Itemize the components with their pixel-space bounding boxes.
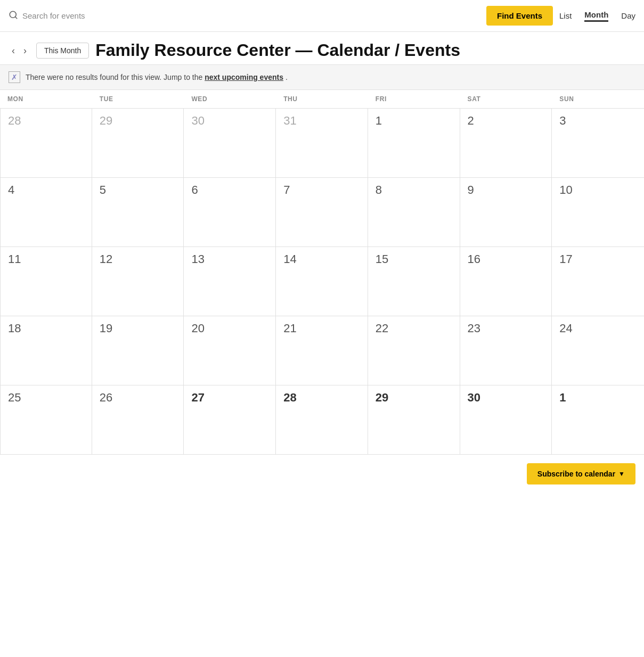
subscribe-button[interactable]: Subscribe to calendar ▼ [527,463,635,484]
calendar-cell[interactable]: 15 [368,247,460,316]
calendar-cell[interactable]: 29 [368,385,460,455]
site-header: Search for events Find Events List Month… [0,0,644,32]
calendar-grid: 2829303112345678910111213141516171819202… [0,109,644,455]
calendar-cell[interactable]: 1 [368,109,460,178]
day-number: 13 [191,252,268,266]
day-number: 30 [191,114,268,128]
calendar-cell[interactable]: 5 [92,178,184,247]
search-placeholder[interactable]: Search for events [22,11,85,20]
day-header-sat: SAT [460,90,552,108]
search-icon [9,10,18,21]
day-header-tue: TUE [92,90,184,108]
calendar-cell[interactable]: 19 [92,316,184,385]
nav-month[interactable]: Month [584,10,608,22]
day-number: 21 [283,322,360,335]
prev-month-button[interactable]: ‹ [9,44,18,58]
day-headers: MONTUEWEDTHUFRISATSUN [0,90,644,109]
calendar-cell[interactable]: 14 [276,247,368,316]
calendar-x-icon: ✗ [9,71,20,83]
calendar-cell[interactable]: 26 [92,385,184,455]
day-number: 31 [283,114,360,128]
day-header-fri: FRI [368,90,460,108]
calendar-cell[interactable]: 1 [552,385,644,455]
day-number: 6 [191,183,268,197]
day-number: 2 [468,114,544,128]
day-number: 23 [468,322,544,335]
calendar-cell[interactable]: 20 [184,316,276,385]
calendar-cell[interactable]: 30 [460,385,552,455]
nav-list[interactable]: List [559,11,572,20]
chevron-down-icon: ▼ [618,470,625,478]
calendar-cell[interactable]: 3 [552,109,644,178]
day-number: 16 [468,252,544,266]
calendar-cell[interactable]: 17 [552,247,644,316]
calendar-cell[interactable]: 9 [460,178,552,247]
day-number: 14 [283,252,360,266]
calendar-cell[interactable]: 21 [276,316,368,385]
next-month-button[interactable]: › [20,44,30,58]
day-number: 11 [8,252,84,266]
subscribe-label: Subscribe to calendar [537,470,615,478]
next-upcoming-events-link[interactable]: next upcoming events [205,73,283,81]
day-number: 24 [559,322,637,335]
notice-text: There were no results found for this vie… [26,73,288,81]
day-number: 17 [559,252,637,266]
day-number: 28 [283,391,360,405]
this-month-button[interactable]: This Month [36,43,89,59]
calendar: MONTUEWEDTHUFRISATSUN 282930311234567891… [0,90,644,455]
calendar-cell[interactable]: 11 [0,247,92,316]
day-number: 10 [559,183,637,197]
calendar-cell[interactable]: 30 [184,109,276,178]
day-number: 7 [283,183,360,197]
nav-day[interactable]: Day [621,11,635,20]
calendar-cell[interactable]: 22 [368,316,460,385]
calendar-cell[interactable]: 25 [0,385,92,455]
day-number: 22 [376,322,452,335]
calendar-cell[interactable]: 6 [184,178,276,247]
calendar-cell[interactable]: 24 [552,316,644,385]
calendar-cell[interactable]: 13 [184,247,276,316]
day-number: 29 [100,114,176,128]
notice-bar: ✗ There were no results found for this v… [0,64,644,90]
calendar-cell[interactable]: 10 [552,178,644,247]
day-number: 5 [100,183,176,197]
day-number: 1 [376,114,452,128]
day-number: 1 [559,391,637,405]
day-number: 26 [100,391,176,405]
day-number: 19 [100,322,176,335]
calendar-cell[interactable]: 31 [276,109,368,178]
search-wrap: Search for events [9,10,480,21]
calendar-cell[interactable]: 8 [368,178,460,247]
footer-bar: Subscribe to calendar ▼ [0,455,644,493]
calendar-cell[interactable]: 2 [460,109,552,178]
svg-line-1 [15,17,17,18]
calendar-cell[interactable]: 27 [184,385,276,455]
day-number: 3 [559,114,637,128]
day-number: 25 [8,391,84,405]
calendar-cell[interactable]: 7 [276,178,368,247]
day-header-wed: WED [184,90,276,108]
day-number: 4 [8,183,84,197]
find-events-button[interactable]: Find Events [486,6,553,26]
calendar-cell[interactable]: 12 [92,247,184,316]
calendar-toolbar: ‹ › This Month Family Resource Center — … [0,32,644,64]
calendar-cell[interactable]: 18 [0,316,92,385]
day-header-sun: SUN [552,90,644,108]
day-number: 15 [376,252,452,266]
calendar-cell[interactable]: 28 [0,109,92,178]
view-nav: List Month Day [559,10,635,22]
day-number: 12 [100,252,176,266]
day-header-thu: THU [276,90,368,108]
day-number: 8 [376,183,452,197]
calendar-cell[interactable]: 23 [460,316,552,385]
calendar-cell[interactable]: 29 [92,109,184,178]
day-number: 30 [468,391,544,405]
nav-arrows: ‹ › [9,44,30,58]
page-title: Family Resource Center — Calendar / Even… [95,40,460,60]
day-number: 27 [191,391,268,405]
calendar-cell[interactable]: 4 [0,178,92,247]
day-number: 20 [191,322,268,335]
calendar-cell[interactable]: 16 [460,247,552,316]
calendar-cell[interactable]: 28 [276,385,368,455]
notice-message-end: . [286,73,288,81]
